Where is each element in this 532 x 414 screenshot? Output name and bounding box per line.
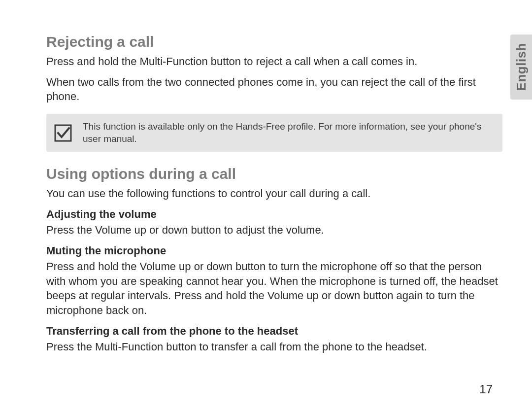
- body-text: You can use the following functions to c…: [46, 186, 502, 201]
- body-text: Press and hold the Multi-Function button…: [46, 54, 502, 69]
- subheading-mute: Muting the microphone: [46, 244, 502, 257]
- body-text: Press the Volume up or down button to ad…: [46, 223, 502, 238]
- page-number: 17: [479, 382, 493, 396]
- section-heading-options: Using options during a call: [46, 166, 502, 182]
- checkbox-icon: [54, 124, 72, 142]
- body-text: Press and hold the Volume up or down but…: [46, 259, 502, 318]
- section-heading-rejecting: Rejecting a call: [46, 34, 502, 50]
- language-tab: English: [510, 34, 532, 100]
- manual-page: English Rejecting a call Press and hold …: [0, 0, 532, 414]
- note-box: This function is available only on the H…: [46, 114, 502, 152]
- subheading-volume: Adjusting the volume: [46, 208, 502, 221]
- language-label: English: [514, 43, 529, 91]
- body-text: Press the Multi-Function button to trans…: [46, 340, 502, 354]
- note-text: This function is available only on the H…: [83, 121, 494, 145]
- subheading-transfer: Transferring a call from the phone to th…: [46, 325, 502, 338]
- body-text: When two calls from the two connected ph…: [46, 75, 502, 104]
